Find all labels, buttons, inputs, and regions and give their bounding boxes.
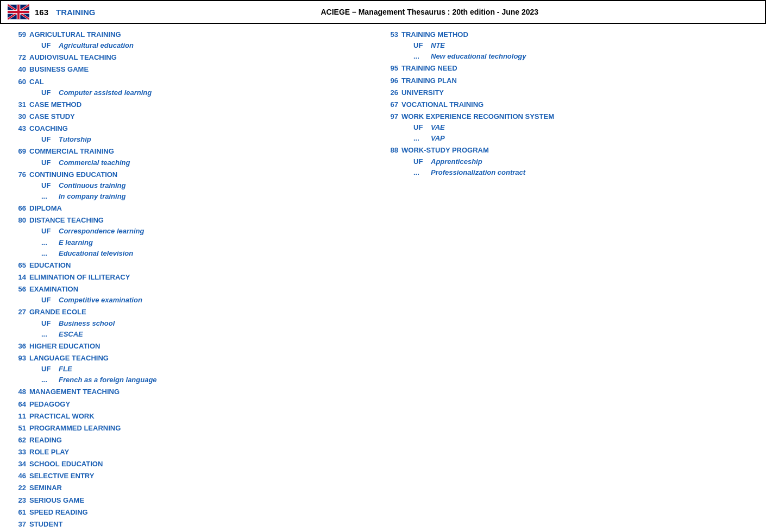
entry-number: 93 (11, 353, 26, 364)
right-column: 53TRAINING METHODUFNTE...New educational… (383, 29, 755, 532)
list-item: 34SCHOOL EDUCATION (11, 459, 372, 470)
entry-label: AUDIOVISUAL TEACHING (29, 52, 117, 63)
sub-label: FLE (59, 364, 72, 375)
entry-label: UNIVERSITY (401, 87, 444, 98)
sub-entry: UFApprenticeship (383, 156, 744, 167)
entry-number: 53 (383, 29, 398, 40)
entry-label: TRAINING METHOD (401, 29, 468, 40)
entry-number: 43 (11, 123, 26, 134)
entry-number: 14 (11, 272, 26, 283)
entry-label: DIPLOMA (29, 203, 62, 214)
entry-label: READING (29, 435, 62, 446)
list-item: 76CONTINUING EDUCATIONUFContinuous train… (11, 169, 372, 202)
section-title: TRAINING (56, 8, 96, 17)
entry-label: WORK-STUDY PROGRAM (401, 145, 489, 156)
entry-label: SEMINAR (29, 483, 62, 493)
uk-flag-icon (8, 4, 29, 20)
list-item: 53TRAINING METHODUFNTE...New educational… (383, 29, 744, 62)
entry-number: 65 (11, 260, 26, 271)
list-item: 56EXAMINATIONUFCompetitive examination (11, 284, 372, 306)
list-item: 22SEMINAR (11, 483, 372, 493)
entry-label: DISTANCE TEACHING (29, 215, 104, 226)
sub-label: French as a foreign language (59, 375, 157, 385)
sub-prefix: UF (41, 295, 56, 306)
sub-prefix: UF (41, 318, 56, 329)
sub-label: Continuous training (59, 180, 125, 191)
entry-number: 69 (11, 146, 26, 157)
entry-label: ELIMINATION OF ILLITERACY (29, 272, 130, 283)
sub-label: VAE (431, 122, 445, 133)
entry-label: COMMERCIAL TRAINING (29, 146, 114, 157)
header-center-text: ACIEGE – Management Thesaurus : 20th edi… (101, 8, 758, 16)
entry-number: 40 (11, 64, 26, 75)
entry-label: PROGRAMMED LEARNING (29, 423, 121, 434)
entry-label: CASE STUDY (29, 111, 75, 122)
list-item: 69COMMERCIAL TRAININGUFCommercial teachi… (11, 146, 372, 168)
sub-entry: UFCommercial teaching (11, 157, 372, 168)
entry-number: 59 (11, 29, 26, 40)
sub-prefix: UF (41, 157, 56, 168)
sub-label: Computer assisted learning (59, 87, 152, 98)
sub-entry: ...ESCAE (11, 329, 372, 340)
list-item: 30CASE STUDY (11, 111, 372, 122)
list-item: 43COACHINGUFTutorship (11, 123, 372, 145)
sub-entry: UFVAE (383, 122, 744, 133)
entry-number: 80 (11, 215, 26, 226)
entry-number: 36 (11, 341, 26, 352)
entry-label: SPEED READING (29, 507, 88, 518)
entry-label: WORK EXPERIENCE RECOGNITION SYSTEM (401, 111, 554, 122)
entry-label: TRAINING PLAN (401, 75, 457, 86)
sub-label: Educational television (59, 248, 133, 259)
list-item: 11PRACTICAL WORK (11, 411, 372, 422)
sub-prefix: ... (41, 375, 56, 385)
entry-label: BUSINESS GAME (29, 64, 89, 75)
entry-label: TRAINING NEED (401, 63, 457, 74)
sub-entry: UFCorrespondence learning (11, 226, 372, 237)
sub-entry: UFAgricultural education (11, 40, 372, 51)
entry-label: ROLE PLAY (29, 447, 69, 458)
list-item: 97WORK EXPERIENCE RECOGNITION SYSTEMUFVA… (383, 111, 744, 144)
entry-number: 22 (11, 483, 26, 493)
sub-prefix: UF (41, 134, 56, 145)
page-header: 163 TRAINING ACIEGE – Management Thesaur… (0, 0, 766, 24)
sub-label: New educational technology (431, 51, 526, 62)
sub-entry: UFContinuous training (11, 180, 372, 191)
sub-entry: ...E learning (11, 237, 372, 248)
sub-label: Commercial teaching (59, 157, 130, 168)
sub-label: Competitive examination (59, 295, 142, 306)
sub-entry: ...New educational technology (383, 51, 744, 62)
list-item: 72AUDIOVISUAL TEACHING (11, 52, 372, 63)
sub-entry: ...Professionalization contract (383, 167, 744, 178)
entry-number: 61 (11, 507, 26, 518)
list-item: 88WORK-STUDY PROGRAMUFApprenticeship...P… (383, 145, 744, 178)
list-item: 93LANGUAGE TEACHINGUFFLE...French as a f… (11, 353, 372, 385)
list-item: 36HIGHER EDUCATION (11, 341, 372, 352)
entry-label: LANGUAGE TEACHING (29, 353, 109, 364)
list-item: 96TRAINING PLAN (383, 75, 744, 86)
entry-label: MANAGEMENT TEACHING (29, 387, 120, 397)
list-item: 33ROLE PLAY (11, 447, 372, 458)
entry-label: SELECTIVE ENTRY (29, 471, 94, 482)
sub-prefix: ... (41, 248, 56, 259)
entry-number: 64 (11, 399, 26, 410)
sub-entry: UFBusiness school (11, 318, 372, 329)
list-item: 66DIPLOMA (11, 203, 372, 214)
entry-label: EXAMINATION (29, 284, 78, 295)
entry-number: 31 (11, 99, 26, 110)
entry-number: 23 (11, 495, 26, 506)
sub-label: In company training (59, 191, 126, 202)
entry-number: 30 (11, 111, 26, 122)
sub-prefix: ... (413, 51, 429, 62)
entry-number: 46 (11, 471, 26, 482)
sub-label: Tutorship (59, 134, 91, 145)
entry-label: PEDAGOGY (29, 399, 70, 410)
list-item: 48MANAGEMENT TEACHING (11, 387, 372, 397)
sub-prefix: ... (41, 329, 56, 340)
entry-number: 66 (11, 203, 26, 214)
list-item: 60CALUFComputer assisted learning (11, 77, 372, 98)
list-item: 80DISTANCE TEACHINGUFCorrespondence lear… (11, 215, 372, 259)
entry-number: 62 (11, 435, 26, 446)
list-item: 62READING (11, 435, 372, 446)
sub-prefix: ... (41, 191, 56, 202)
entry-number: 51 (11, 423, 26, 434)
